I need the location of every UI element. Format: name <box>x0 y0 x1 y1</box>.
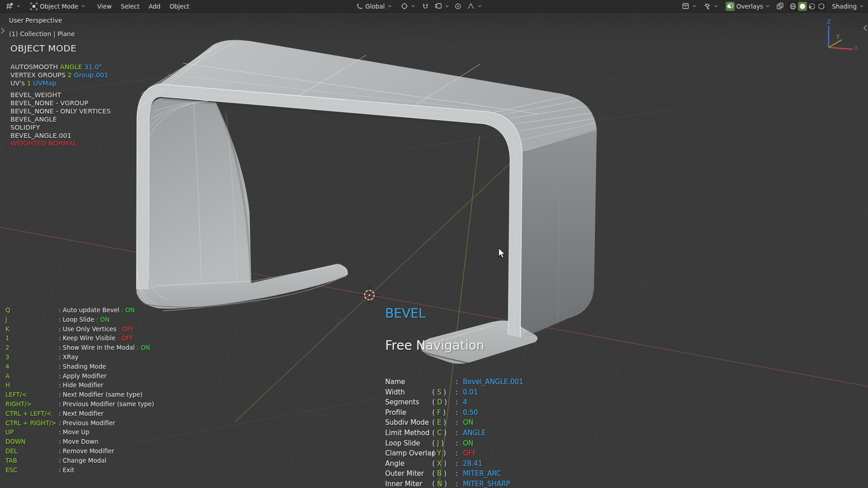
shortcut-desc: : Auto update Bevel <box>59 306 119 314</box>
shortcut-row: 1: Keep Wire Visible : OFF <box>5 333 154 343</box>
shortcut-key: CTRL + LEFT/< <box>5 409 59 418</box>
shortcut-key: H <box>5 380 59 390</box>
stats-label: VERTEX GROUPS <box>10 71 68 79</box>
shortcut-key: 2 <box>5 343 59 352</box>
mode-dropdown[interactable]: Object Mode <box>27 1 88 11</box>
modifier-name: BEVEL_WEIGHT <box>10 91 111 99</box>
shortcut-desc: : Move Up <box>59 428 90 436</box>
chevron-down-icon <box>388 5 392 7</box>
xray-toggle[interactable] <box>775 2 784 11</box>
gizmo-icon <box>703 2 711 10</box>
shortcut-key: 4 <box>5 362 59 371</box>
shortcut-desc: : Shading Mode <box>59 363 106 370</box>
shortcut-row: CTRL + RIGHT/>: Previous Modifier <box>5 418 154 428</box>
shortcut-key: J <box>5 315 59 324</box>
param-label: Outer Miter <box>385 469 432 479</box>
shortcut-desc: : Previous Modifier <box>59 419 115 427</box>
bench-inner-wall <box>149 98 251 289</box>
param-colon: : <box>456 377 462 387</box>
modal-param-row: Name:Bevel_ANGLE.001 <box>385 377 524 387</box>
shortcut-key: 3 <box>5 352 59 362</box>
snap-settings-dropdown[interactable] <box>433 1 451 11</box>
shortcut-row: CTRL + LEFT/<: Next Modifier <box>5 409 154 418</box>
axis-gizmo[interactable]: Z x y <box>809 16 863 61</box>
shortcut-key: DEL <box>5 446 59 456</box>
menu-select[interactable]: Select <box>116 1 144 11</box>
stats-green-value: 1 <box>27 80 33 87</box>
gizmo-x-label: x <box>854 44 858 51</box>
param-label: Name <box>385 377 432 387</box>
shortcut-row: J: Loop Slide : ON <box>5 315 154 324</box>
object-mode-icon <box>30 3 38 10</box>
show-gizmo-dropdown[interactable] <box>702 1 720 11</box>
material-preview-shading-button[interactable] <box>807 2 816 11</box>
param-value: 28.41 <box>463 460 482 468</box>
wireframe-shading-button[interactable] <box>788 2 797 11</box>
param-value: ON <box>463 439 473 447</box>
shortcut-row: UP: Move Up <box>5 427 154 437</box>
viewport-editor-icon <box>6 2 14 10</box>
object-types-visibility-dropdown[interactable] <box>680 1 698 11</box>
mesh-stats: AUTOSMOOTH ANGLE 31.0°VERTEX GROUPS 2 Gr… <box>10 63 108 87</box>
shading-dropdown[interactable]: Shading <box>830 1 865 11</box>
chevron-down-icon <box>714 5 718 7</box>
mouse-cursor <box>497 248 507 260</box>
shortcut-key: RIGHT/> <box>5 399 59 409</box>
menu-object[interactable]: Object <box>165 1 194 11</box>
stats-blue-value: Group.001 <box>74 71 108 79</box>
modal-parameter-list: Name:Bevel_ANGLE.001Width( S ):0.01Segme… <box>385 377 524 488</box>
solid-shading-button[interactable] <box>798 2 807 11</box>
param-hotkey: ( C ) <box>432 428 456 438</box>
shortcut-desc: : Previous Modifier (same type) <box>59 400 154 408</box>
param-value: ANGLE <box>463 429 486 437</box>
shortcut-key: K <box>5 324 59 334</box>
param-hotkey: ( J ) <box>432 438 456 449</box>
modal-param-row: Segments( D ):4 <box>385 397 524 408</box>
chevron-down-icon <box>445 5 449 7</box>
param-colon: : <box>456 418 462 428</box>
shortcut-row: RIGHT/>: Previous Modifier (same type) <box>5 399 154 409</box>
proportional-editing-toggle[interactable] <box>453 2 462 11</box>
shortcut-row: LEFT/<: Next Modifier (same type) <box>5 390 154 399</box>
chevron-down-icon <box>693 5 696 7</box>
chevron-down-icon <box>478 5 481 7</box>
param-hotkey: ( N ) <box>432 479 456 488</box>
rendered-shading-button[interactable] <box>817 2 826 11</box>
editor-type-button[interactable] <box>3 1 24 11</box>
param-colon: : <box>456 397 462 408</box>
shortcut-row: K: Use Only Vertices : OFF <box>5 324 154 334</box>
menu-view[interactable]: View <box>93 1 116 11</box>
param-label: Clamp Overlap <box>385 448 432 459</box>
3d-cursor <box>359 284 380 306</box>
snap-magnet-toggle[interactable] <box>421 2 430 11</box>
bench-object[interactable] <box>137 40 597 364</box>
falloff-dropdown[interactable] <box>465 1 483 11</box>
pivot-point-dropdown[interactable] <box>397 1 418 11</box>
modal-param-row: Width( S ):0.01 <box>385 387 524 398</box>
overlays-toggle-icon[interactable] <box>726 2 735 11</box>
param-label: Inner Miter <box>385 479 432 488</box>
param-label: Loop Slide <box>385 438 432 449</box>
chevron-down-icon <box>411 5 415 7</box>
sidebar-expand-arrow[interactable] <box>863 23 868 33</box>
param-label: Subdiv Mode <box>385 418 432 428</box>
modal-param-row: Limit Method( C ):ANGLE <box>385 428 524 438</box>
shortcut-key: ESC <box>5 465 59 475</box>
shortcut-desc: : Remove Modifier <box>59 447 114 455</box>
chevron-down-icon <box>81 5 85 7</box>
param-value: MITER_ARC <box>463 469 501 478</box>
modal-param-row: Angle( X ):28.41 <box>385 459 524 469</box>
param-hotkey: ( F ) <box>432 408 456 418</box>
param-colon: : <box>456 387 462 398</box>
gizmo-y-label: y <box>836 33 840 39</box>
shortcut-desc: : Hide Modifier <box>59 381 104 389</box>
toolbar-expand-arrow[interactable] <box>0 26 5 35</box>
menu-add[interactable]: Add <box>144 1 165 11</box>
viewport-header: Object Mode ViewSelectAddObject Global <box>0 0 868 13</box>
overlays-dropdown[interactable]: Overlays <box>723 1 772 11</box>
shortcut-row: TAB: Change Modal <box>5 456 154 465</box>
shortcut-desc: : Keep Wire Visible <box>59 334 115 342</box>
shortcut-desc: : Next Modifier (same type) <box>59 391 142 398</box>
transform-orientation-dropdown[interactable]: Global <box>353 1 395 11</box>
shortcut-row: 3: XRay <box>5 352 154 362</box>
